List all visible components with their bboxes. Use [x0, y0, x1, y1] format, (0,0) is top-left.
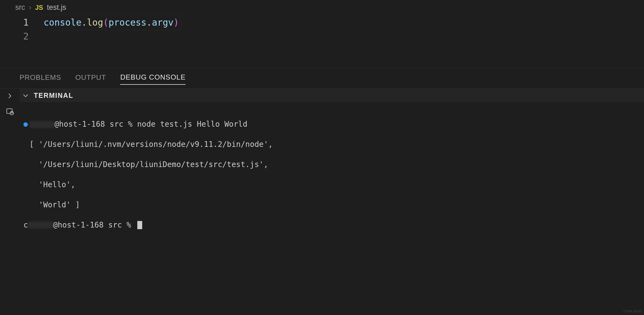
token-identifier: process — [108, 17, 146, 28]
panel-gutter — [0, 89, 20, 315]
tab-debug-console[interactable]: DEBUG CONSOLE — [120, 73, 186, 85]
chevron-right-icon[interactable] — [7, 93, 13, 99]
svg-line-4 — [10, 112, 11, 113]
code-editor[interactable]: 1 console.log(process.argv) 2 — [0, 15, 644, 68]
terminal-output[interactable]: @host-1-168 src % node test.js Hello Wor… — [20, 102, 644, 252]
js-file-icon: JS — [35, 4, 43, 11]
chevron-down-icon — [22, 92, 29, 99]
prompt-host: @host-1-168 src % — [54, 119, 137, 129]
terminal-line: '/Users/liuni/Desktop/liuniDemo/test/src… — [29, 160, 268, 170]
panel-tabs: PROBLEMS OUTPUT DEBUG CONSOLE — [0, 68, 644, 89]
bottom-panel: PROBLEMS OUTPUT DEBUG CONSOLE — [0, 68, 644, 315]
redacted-text — [29, 121, 54, 128]
redacted-text — [28, 222, 53, 229]
breadcrumb-root[interactable]: src — [15, 3, 25, 12]
terminal-command: node test.js Hello World — [137, 119, 247, 129]
bullet-icon — [23, 122, 28, 127]
code-line[interactable]: console.log(process.argv) — [44, 16, 179, 29]
line-number: 2 — [0, 29, 44, 43]
terminal-line: [ '/Users/liuni/.nvm/versions/node/v9.11… — [29, 140, 273, 150]
terminal-header[interactable]: TERMINAL — [20, 89, 644, 102]
watermark: CSDN @花铛 — [624, 309, 642, 313]
token-function: log — [87, 17, 103, 28]
terminal-line: 'World' ] — [29, 200, 80, 210]
terminal-title: TERMINAL — [34, 92, 73, 99]
debug-console-icon[interactable] — [6, 107, 14, 116]
token-identifier: console — [44, 17, 81, 28]
svg-line-7 — [13, 114, 13, 114]
chevron-right-icon: › — [29, 3, 31, 12]
token-dot: . — [81, 17, 87, 28]
terminal-line: 'Hello', — [29, 180, 75, 190]
token-paren: ( — [103, 17, 109, 28]
breadcrumb: src › JS test.js — [0, 0, 644, 15]
prompt-prefix: c — [23, 220, 28, 230]
line-number: 1 — [0, 16, 44, 29]
tab-output[interactable]: OUTPUT — [75, 73, 106, 84]
svg-line-6 — [10, 114, 11, 114]
token-paren: ) — [174, 17, 179, 28]
tab-problems[interactable]: PROBLEMS — [20, 73, 61, 84]
token-identifier: argv — [152, 17, 173, 28]
breadcrumb-file[interactable]: test.js — [47, 3, 66, 12]
terminal-cursor — [137, 221, 142, 229]
token-dot: . — [147, 17, 152, 28]
svg-line-5 — [13, 112, 14, 113]
prompt-host: @host-1-168 src % — [53, 220, 136, 230]
